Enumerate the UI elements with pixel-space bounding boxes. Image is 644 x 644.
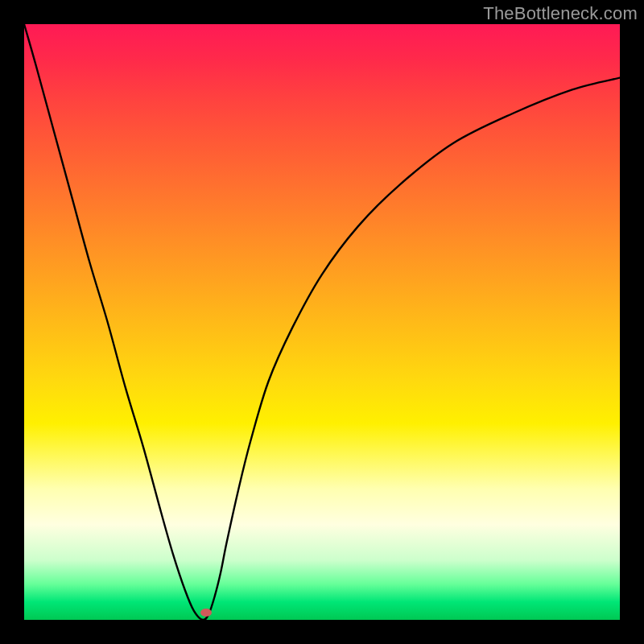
bottleneck-chart: TheBottleneck.com — [0, 0, 644, 644]
bottleneck-curve — [24, 24, 620, 620]
optimal-point-marker — [200, 609, 212, 617]
plot-area — [24, 24, 620, 620]
watermark-text: TheBottleneck.com — [483, 3, 638, 24]
curve-svg — [24, 24, 620, 620]
